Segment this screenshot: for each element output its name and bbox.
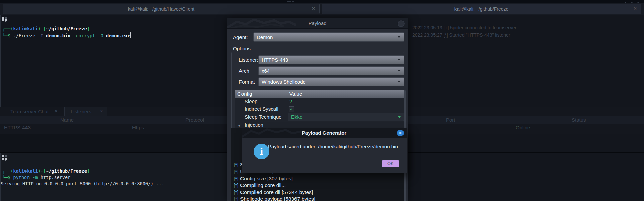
config-row-label: Indirect Syscall <box>245 105 278 113</box>
config-row-injection[interactable]: ▾ Injection <box>235 121 404 129</box>
tab-listeners-label: Listeners <box>71 109 91 114</box>
terminal-tab-label: kali@kali: ~/github/Freeze <box>454 6 509 12</box>
column-header-protocol: Protocol <box>185 117 204 123</box>
tab-close-icon[interactable]: ✕ <box>100 109 103 114</box>
sleep-technique-dropdown[interactable]: Ekko <box>288 113 404 121</box>
terminal-pane-bottom[interactable]: ┌──(kali⊛kali)-[~/github/Freeze] └─$ pyt… <box>0 153 227 201</box>
terminal-tab-havoc-client[interactable]: kali@kali: ~/github/Havoc/Client ✕ <box>3 4 320 14</box>
config-row-label: Sleep Technique <box>245 113 282 121</box>
arch-label: Arch <box>239 68 249 74</box>
payload-generator-dialog: Payload Generator ✕ i Payload saved unde… <box>241 128 407 173</box>
teamserver-log-line: 2022 23:05:13 [+] 5pider connected to te… <box>412 25 516 31</box>
sleep-technique-value: Ekko <box>291 114 302 120</box>
top-strip-glyph <box>287 1 291 2</box>
tab-close-icon[interactable]: ✕ <box>633 6 637 11</box>
indirect-syscall-checkbox[interactable]: ✓ <box>289 106 294 112</box>
info-icon: i <box>254 144 269 159</box>
terminal-gap <box>0 134 227 152</box>
console-line: [*] Config size [307 bytes] <box>234 176 293 182</box>
tab-listeners[interactable]: Listeners ✕ <box>64 107 107 116</box>
config-column-header: Config <box>237 90 252 98</box>
payload-titlebar[interactable]: Payload <box>227 18 408 29</box>
payload-window-title: Payload <box>227 18 408 28</box>
options-group-label: Options <box>233 46 251 52</box>
terminal-scrollbar[interactable] <box>0 15 1 107</box>
payload-window: Payload Agent: Demon Options Listener: H… <box>227 18 408 201</box>
agent-value: Demon <box>257 34 273 40</box>
terminal-tab-freeze[interactable]: kali@kali: ~/github/Freeze ✕ <box>322 4 641 14</box>
pane-menu-icon[interactable] <box>2 17 7 22</box>
config-row-indirect-syscall[interactable]: Indirect Syscall ✓ <box>235 105 404 113</box>
dialog-titlebar[interactable]: Payload Generator ✕ <box>241 128 407 138</box>
ok-button[interactable]: OK <box>382 160 399 168</box>
format-dropdown[interactable]: Windows Shellcode <box>258 77 404 86</box>
shell-command-line: └─$ ./Freeze -I demon.bin -encrypt -O de… <box>2 32 134 39</box>
listener-value: HTTPS-443 <box>262 57 288 63</box>
teamserver-log-line: 2022 23:05:27 [*] Started "HTTPS-443" li… <box>412 32 510 38</box>
tab-close-icon[interactable]: ✕ <box>312 6 315 11</box>
terminal-tab-label: kali@kali: ~/github/Havoc/Client <box>128 6 194 12</box>
config-row-label: Sleep <box>245 98 257 105</box>
listener-status-cell: Online <box>516 125 530 130</box>
chevron-down-icon <box>398 116 401 118</box>
top-window-strip <box>0 0 644 3</box>
agent-label: Agent: <box>233 34 248 40</box>
listener-dropdown[interactable]: HTTPS-443 <box>258 55 404 64</box>
config-row-sleep[interactable]: Sleep 2 <box>235 98 404 105</box>
chevron-down-icon <box>398 36 400 38</box>
console-text-cursor <box>232 162 232 168</box>
terminal-cursor <box>130 32 134 38</box>
shell-output-line: Serving HTTP on 0.0.0.0 port 8000 (http:… <box>1 181 164 187</box>
arch-value: x64 <box>262 68 270 74</box>
tab-teamserver-chat[interactable]: Teamserver Chat <box>10 109 49 114</box>
listener-label: Listener: <box>239 57 258 63</box>
terminal-pane-top[interactable]: ┌──(kali⊛kali)-[~/github/Freeze] └─$ ./F… <box>0 15 227 107</box>
column-header-status: Status <box>572 117 586 123</box>
terminal-tab-bar: kali@kali: ~/github/Havoc/Client ✕ kali@… <box>0 3 644 15</box>
chevron-down-icon <box>398 81 400 83</box>
terminal-scrollbar[interactable] <box>0 153 1 201</box>
arch-dropdown[interactable]: x64 <box>258 66 404 75</box>
terminal-cursor <box>1 187 5 193</box>
chevron-down-icon <box>398 70 400 72</box>
close-icon[interactable]: ✕ <box>397 130 404 136</box>
dialog-message: Payload saved under: /home/kali/github/F… <box>268 144 398 149</box>
shell-prompt-line: ┌──(kali⊛kali)-[~/github/Freeze] <box>2 168 90 174</box>
config-row-label: Injection <box>245 121 263 129</box>
shell-prompt-line: ┌──(kali⊛kali)-[~/github/Freeze] <box>2 26 90 32</box>
listener-protocol-cell: Https <box>132 125 144 130</box>
top-strip-glyph <box>292 1 294 2</box>
config-row-value: 2 <box>289 98 292 105</box>
console-line: [*] Compiling core dll... <box>234 182 286 188</box>
console-line: [*] Compiled core dll [57344 bytes] <box>234 189 313 195</box>
config-table-header: Config Value <box>235 90 404 98</box>
desktop: kali@kali: ~/github/Havoc/Client ✕ kali@… <box>0 0 644 201</box>
dialog-title: Payload Generator <box>241 128 407 138</box>
tab-close-icon[interactable]: ✕ <box>54 109 58 114</box>
value-column-header: Value <box>289 90 302 98</box>
console-line: [*] Shellcode payload [58367 bytes] <box>234 196 315 201</box>
format-label: Format <box>239 79 255 85</box>
chevron-down-icon <box>398 59 400 61</box>
format-value: Windows Shellcode <box>262 79 306 85</box>
agent-dropdown[interactable]: Demon <box>253 32 404 42</box>
column-header-name: Name <box>60 117 74 123</box>
shell-command-line: └─$ python -m http.server <box>2 174 70 180</box>
listener-name-cell: HTTPS-443 <box>4 125 31 130</box>
column-header-port: Port <box>446 117 455 123</box>
window-circle-button[interactable] <box>397 20 405 27</box>
config-row-sleep-technique[interactable]: Sleep Technique Ekko <box>235 113 404 121</box>
pane-menu-icon[interactable] <box>2 155 7 161</box>
